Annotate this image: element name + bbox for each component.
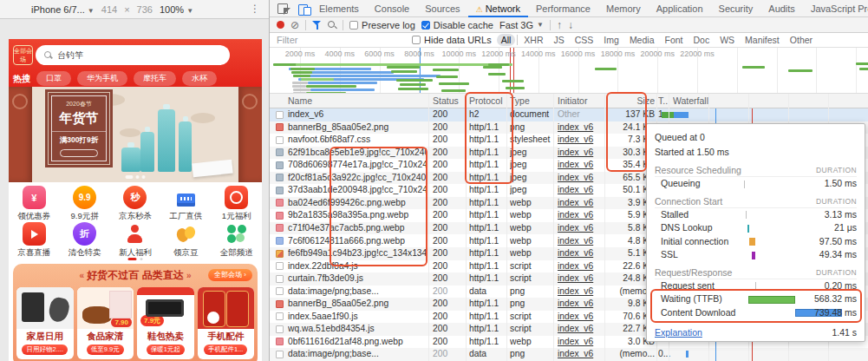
disable-cache-checkbox[interactable]: Disable cache bbox=[421, 20, 493, 30]
quick-link-channels[interactable]: 全部频道 bbox=[214, 222, 259, 259]
request-initiator[interactable]: index_v6 bbox=[558, 336, 606, 349]
device-select[interactable]: iPhone 6/7... ▼ bbox=[31, 4, 95, 15]
tab-memory[interactable]: Memory bbox=[598, 0, 649, 17]
filter-input[interactable] bbox=[277, 35, 407, 45]
search-input[interactable]: 台钓竿 bbox=[36, 45, 230, 65]
hot-search-tag[interactable]: 口罩 bbox=[36, 71, 71, 86]
preserve-log-checkbox[interactable]: Preserve log bbox=[349, 20, 415, 30]
tab-network[interactable]: ⚠Network bbox=[468, 0, 528, 17]
quick-link-beans[interactable]: 领京豆 bbox=[163, 222, 208, 259]
device-toolbar-menu-icon[interactable]: ⋮ bbox=[250, 3, 260, 15]
hide-data-urls-checkbox[interactable]: Hide data URLs bbox=[412, 35, 492, 45]
tab-elements[interactable]: Elements bbox=[311, 0, 367, 17]
request-initiator[interactable]: index_v6 bbox=[558, 147, 606, 160]
request-initiator[interactable]: index_v6 bbox=[558, 222, 606, 235]
request-type: document bbox=[510, 108, 555, 121]
clear-button[interactable]: ⊘ bbox=[290, 20, 299, 30]
column-initiator[interactable]: Initiator bbox=[558, 94, 606, 108]
request-initiator[interactable]: index_v6 bbox=[558, 184, 606, 197]
tab-security[interactable]: Security bbox=[711, 0, 761, 17]
filter-pill-media[interactable]: Media bbox=[625, 34, 659, 46]
request-initiator[interactable]: index_v6 bbox=[558, 348, 606, 361]
category-card[interactable]: 7.9元鞋包热卖保暖1元起 bbox=[137, 287, 194, 359]
request-name: data:image/png;base... bbox=[288, 348, 427, 361]
request-name: 7c6f06124811a666.png.webp bbox=[288, 235, 427, 248]
inspect-element-icon[interactable] bbox=[277, 3, 290, 15]
request-initiator[interactable]: index_v6 bbox=[558, 172, 606, 185]
hot-search-tag[interactable]: 华为手机 bbox=[77, 71, 127, 86]
all-venues-button[interactable]: 全部会场 › bbox=[208, 269, 252, 281]
filter-pill-manifest[interactable]: Manifest bbox=[741, 34, 784, 46]
quick-link-zhe[interactable]: 折清仓特卖 bbox=[62, 222, 108, 259]
request-initiator[interactable]: index_v6 bbox=[558, 298, 606, 311]
request-name: f20cf81a5c3a922c.jpg!cc_710x240.dpg bbox=[288, 172, 427, 185]
network-request-row[interactable]: data:image/png;base...200datapngindex_v6… bbox=[270, 348, 868, 361]
hot-search-tag[interactable]: 水杯 bbox=[182, 71, 217, 86]
request-initiator[interactable]: index_v6 bbox=[558, 159, 606, 172]
column-type[interactable]: Type bbox=[510, 94, 555, 108]
request-name: curtain.7fb3de09.js bbox=[288, 272, 427, 286]
quick-link-packet[interactable]: 1元福利 bbox=[214, 186, 259, 222]
column-status[interactable]: Status bbox=[433, 94, 466, 108]
network-request-row[interactable]: index_v6200h2documentOther137 KB1... bbox=[270, 108, 868, 121]
request-initiator[interactable]: index_v6 bbox=[558, 134, 606, 147]
request-initiator[interactable]: index_v6 bbox=[558, 286, 606, 299]
tab-javascript-profiler[interactable]: JavaScript Profiler bbox=[803, 0, 868, 17]
explanation-link[interactable]: Explanation bbox=[655, 323, 702, 341]
filter-pill-xhr[interactable]: XHR bbox=[519, 34, 547, 46]
tab-application[interactable]: Application bbox=[649, 0, 711, 17]
request-initiator[interactable]: index_v6 bbox=[558, 209, 606, 222]
filter-pill-font[interactable]: Font bbox=[660, 34, 687, 46]
request-initiator[interactable]: index_v6 bbox=[558, 121, 606, 135]
filter-pill-doc[interactable]: Doc bbox=[689, 34, 715, 46]
tab-performance[interactable]: Performance bbox=[528, 0, 598, 17]
quick-link-factory[interactable]: 工厂直供 bbox=[163, 186, 208, 222]
tab-sources[interactable]: Sources bbox=[417, 0, 467, 17]
request-initiator[interactable]: index_v6 bbox=[558, 272, 606, 286]
filter-pill-other[interactable]: Other bbox=[786, 34, 817, 46]
column-protocol[interactable]: Protocol bbox=[469, 94, 508, 108]
category-card[interactable]: 手机配件手机配件1... bbox=[198, 287, 255, 359]
request-protocol: http/1.1 bbox=[469, 222, 508, 235]
quick-link-coupon[interactable]: ¥领优惠券 bbox=[11, 186, 56, 222]
tab-audits[interactable]: Audits bbox=[760, 0, 803, 17]
category-card[interactable]: 家居日用日用好物2.... bbox=[16, 287, 74, 359]
tab-console[interactable]: Console bbox=[367, 0, 417, 17]
quick-link-person[interactable]: 新人福利 bbox=[113, 222, 158, 259]
quick-link-circle99[interactable]: 9.99.9元拼 bbox=[62, 186, 108, 222]
toggle-device-toolbar-icon[interactable] bbox=[297, 3, 311, 15]
filter-pill-img[interactable]: Img bbox=[599, 34, 623, 46]
filter-pill-css[interactable]: CSS bbox=[571, 34, 598, 46]
request-initiator[interactable]: index_v6 bbox=[558, 235, 606, 248]
throttling-select[interactable]: Fast 3G ▼ bbox=[499, 20, 544, 30]
zoom-select[interactable]: 100% ▼ bbox=[160, 4, 193, 15]
hot-search-tag[interactable]: 摩托车 bbox=[134, 71, 176, 86]
filter-icon[interactable] bbox=[312, 21, 322, 30]
filter-pill-all[interactable]: All bbox=[497, 34, 516, 46]
promo-banner-carousel[interactable]: 2020春节 年货节 满300打9折 bbox=[9, 87, 262, 182]
filter-pill-ws[interactable]: WS bbox=[715, 34, 739, 46]
viewport-width-field[interactable]: 414 bbox=[101, 4, 117, 15]
request-initiator[interactable]: index_v6 bbox=[558, 323, 606, 336]
image-thumbnail-icon bbox=[276, 161, 284, 169]
category-card[interactable]: 7.90食品家清低至9.9元 bbox=[77, 287, 134, 359]
record-button[interactable] bbox=[277, 21, 284, 29]
request-initiator[interactable]: index_v6 bbox=[558, 260, 606, 273]
column-waterfall[interactable]: Waterfall bbox=[673, 94, 708, 108]
request-initiator[interactable]: index_v6 bbox=[558, 247, 606, 260]
import-har-icon[interactable]: ↑ bbox=[557, 20, 562, 30]
network-filterbar: Hide data URLs AllXHRJSCSSImgMediaFontDo… bbox=[270, 33, 868, 48]
network-overview-timeline[interactable]: 2000 ms4000 ms6000 ms8000 ms10000 ms1200… bbox=[270, 48, 868, 94]
request-initiator[interactable]: index_v6 bbox=[558, 197, 606, 210]
channel-badge[interactable]: 全部会场 bbox=[13, 45, 33, 65]
column-size[interactable]: Size bbox=[606, 94, 655, 108]
export-har-icon[interactable]: ↓ bbox=[568, 20, 573, 30]
request-initiator[interactable]: index_v6 bbox=[558, 311, 606, 324]
search-icon[interactable] bbox=[328, 21, 336, 30]
quick-link-miao[interactable]: 秒京东秒杀 bbox=[113, 186, 158, 222]
viewport-height-field[interactable]: 736 bbox=[137, 4, 153, 15]
quick-link-live[interactable]: 京喜直播 bbox=[11, 222, 56, 259]
column-name[interactable]: Name bbox=[288, 94, 427, 108]
filter-pill-js[interactable]: JS bbox=[550, 34, 569, 46]
image-thumbnail-icon bbox=[276, 212, 284, 220]
